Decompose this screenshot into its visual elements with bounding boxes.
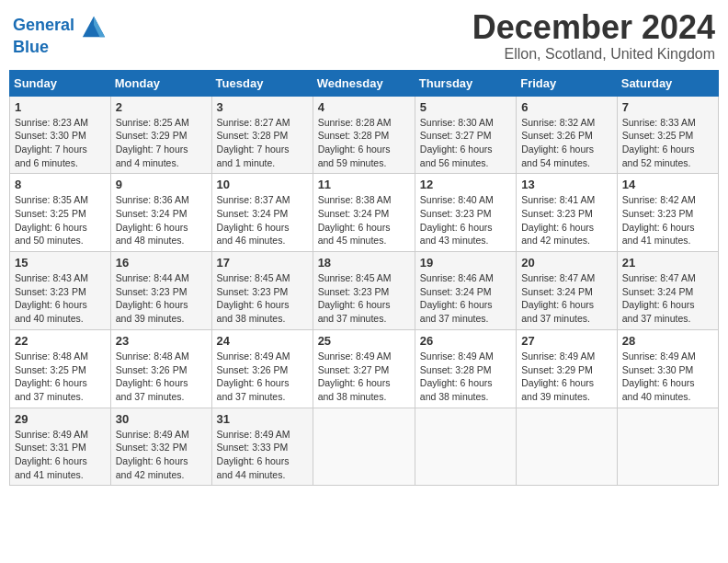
day-number: 13: [521, 178, 612, 191]
day-info: Sunrise: 8:30 AM Sunset: 3:27 PM Dayligh…: [420, 116, 511, 170]
day-cell: 16Sunrise: 8:44 AM Sunset: 3:23 PM Dayli…: [110, 252, 211, 330]
day-info: Sunrise: 8:47 AM Sunset: 3:24 PM Dayligh…: [521, 271, 612, 326]
day-info: Sunrise: 8:45 AM Sunset: 3:23 PM Dayligh…: [217, 271, 308, 326]
day-number: 27: [521, 334, 612, 348]
weekday-friday: Friday: [517, 70, 618, 96]
day-info: Sunrise: 8:48 AM Sunset: 3:26 PM Dayligh…: [116, 350, 207, 404]
weekday-sunday: Sunday: [10, 70, 111, 96]
calendar-table: SundayMondayTuesdayWednesdayThursdayFrid…: [9, 70, 719, 487]
week-row-2: 8Sunrise: 8:35 AM Sunset: 3:25 PM Daylig…: [10, 174, 719, 252]
day-cell: 3Sunrise: 8:27 AM Sunset: 3:28 PM Daylig…: [211, 96, 313, 174]
day-cell: 25Sunrise: 8:49 AM Sunset: 3:27 PM Dayli…: [313, 329, 415, 408]
day-info: Sunrise: 8:36 AM Sunset: 3:24 PM Dayligh…: [116, 193, 207, 247]
day-cell: 30Sunrise: 8:49 AM Sunset: 3:32 PM Dayli…: [110, 408, 211, 486]
weekday-header-row: SundayMondayTuesdayWednesdayThursdayFrid…: [10, 70, 719, 96]
day-cell: 28Sunrise: 8:49 AM Sunset: 3:30 PM Dayli…: [617, 329, 718, 408]
day-number: 12: [420, 178, 511, 191]
day-info: Sunrise: 8:25 AM Sunset: 3:29 PM Dayligh…: [116, 116, 207, 170]
day-info: Sunrise: 8:37 AM Sunset: 3:24 PM Dayligh…: [217, 193, 308, 247]
day-number: 21: [622, 256, 713, 270]
day-info: Sunrise: 8:45 AM Sunset: 3:23 PM Dayligh…: [318, 271, 410, 326]
weekday-monday: Monday: [110, 70, 211, 96]
day-info: Sunrise: 8:44 AM Sunset: 3:23 PM Dayligh…: [116, 271, 207, 326]
day-number: 18: [318, 256, 410, 270]
day-number: 20: [521, 256, 612, 270]
day-cell: 10Sunrise: 8:37 AM Sunset: 3:24 PM Dayli…: [211, 174, 313, 252]
day-number: 5: [420, 100, 511, 114]
logo-text-blue: Blue: [13, 39, 107, 57]
day-number: 23: [116, 334, 207, 348]
week-row-4: 22Sunrise: 8:48 AM Sunset: 3:25 PM Dayli…: [10, 329, 719, 408]
weekday-thursday: Thursday: [415, 70, 516, 96]
day-number: 31: [217, 412, 308, 426]
day-cell: 9Sunrise: 8:36 AM Sunset: 3:24 PM Daylig…: [110, 174, 211, 252]
day-info: Sunrise: 8:23 AM Sunset: 3:30 PM Dayligh…: [15, 116, 106, 170]
day-info: Sunrise: 8:49 AM Sunset: 3:27 PM Dayligh…: [318, 350, 410, 404]
day-cell: 18Sunrise: 8:45 AM Sunset: 3:23 PM Dayli…: [313, 252, 415, 330]
day-info: Sunrise: 8:49 AM Sunset: 3:31 PM Dayligh…: [15, 428, 106, 482]
week-row-3: 15Sunrise: 8:43 AM Sunset: 3:23 PM Dayli…: [10, 252, 719, 330]
day-cell: 29Sunrise: 8:49 AM Sunset: 3:31 PM Dayli…: [10, 408, 111, 486]
day-number: 7: [622, 100, 713, 114]
day-cell: 4Sunrise: 8:28 AM Sunset: 3:28 PM Daylig…: [313, 96, 415, 174]
calendar-body: 1Sunrise: 8:23 AM Sunset: 3:30 PM Daylig…: [10, 96, 719, 486]
day-cell: 24Sunrise: 8:49 AM Sunset: 3:26 PM Dayli…: [211, 329, 313, 408]
day-cell: 26Sunrise: 8:49 AM Sunset: 3:28 PM Dayli…: [415, 329, 516, 408]
day-cell: 7Sunrise: 8:33 AM Sunset: 3:25 PM Daylig…: [617, 96, 718, 174]
day-cell: 17Sunrise: 8:45 AM Sunset: 3:23 PM Dayli…: [211, 252, 313, 330]
day-info: Sunrise: 8:47 AM Sunset: 3:24 PM Dayligh…: [622, 271, 713, 326]
day-number: 6: [521, 100, 612, 114]
day-info: Sunrise: 8:49 AM Sunset: 3:28 PM Dayligh…: [420, 350, 511, 404]
day-info: Sunrise: 8:46 AM Sunset: 3:24 PM Dayligh…: [420, 271, 511, 326]
day-info: Sunrise: 8:49 AM Sunset: 3:30 PM Dayligh…: [622, 350, 713, 404]
day-number: 15: [15, 256, 106, 270]
day-number: 19: [420, 256, 511, 270]
day-number: 3: [217, 100, 308, 114]
day-info: Sunrise: 8:28 AM Sunset: 3:28 PM Dayligh…: [318, 116, 410, 170]
logo: General Blue: [13, 13, 107, 57]
day-number: 24: [217, 334, 308, 348]
day-info: Sunrise: 8:49 AM Sunset: 3:26 PM Dayligh…: [217, 350, 308, 404]
day-number: 2: [116, 100, 207, 114]
day-number: 16: [116, 256, 207, 270]
day-info: Sunrise: 8:32 AM Sunset: 3:26 PM Dayligh…: [521, 116, 612, 170]
day-number: 22: [15, 334, 106, 348]
weekday-saturday: Saturday: [617, 70, 718, 96]
day-cell: 19Sunrise: 8:46 AM Sunset: 3:24 PM Dayli…: [415, 252, 516, 330]
day-cell: 21Sunrise: 8:47 AM Sunset: 3:24 PM Dayli…: [617, 252, 718, 330]
day-number: 30: [116, 412, 207, 426]
day-cell: 23Sunrise: 8:48 AM Sunset: 3:26 PM Dayli…: [110, 329, 211, 408]
day-cell: 8Sunrise: 8:35 AM Sunset: 3:25 PM Daylig…: [10, 174, 111, 252]
day-cell: 11Sunrise: 8:38 AM Sunset: 3:24 PM Dayli…: [313, 174, 415, 252]
week-row-5: 29Sunrise: 8:49 AM Sunset: 3:31 PM Dayli…: [10, 408, 719, 486]
day-number: 28: [622, 334, 713, 348]
day-number: 11: [318, 178, 410, 191]
day-number: 8: [15, 178, 106, 191]
day-number: 4: [318, 100, 410, 114]
day-cell: 27Sunrise: 8:49 AM Sunset: 3:29 PM Dayli…: [517, 329, 618, 408]
day-info: Sunrise: 8:33 AM Sunset: 3:25 PM Dayligh…: [622, 116, 713, 170]
day-cell: 1Sunrise: 8:23 AM Sunset: 3:30 PM Daylig…: [10, 96, 111, 174]
day-cell: 14Sunrise: 8:42 AM Sunset: 3:23 PM Dayli…: [617, 174, 718, 252]
day-cell: 20Sunrise: 8:47 AM Sunset: 3:24 PM Dayli…: [517, 252, 618, 330]
day-number: 1: [15, 100, 106, 114]
day-info: Sunrise: 8:42 AM Sunset: 3:23 PM Dayligh…: [622, 193, 713, 247]
day-info: Sunrise: 8:38 AM Sunset: 3:24 PM Dayligh…: [318, 193, 410, 247]
day-number: 29: [15, 412, 106, 426]
day-cell: 15Sunrise: 8:43 AM Sunset: 3:23 PM Dayli…: [10, 252, 111, 330]
weekday-wednesday: Wednesday: [313, 70, 415, 96]
day-number: 14: [622, 178, 713, 191]
day-cell: 22Sunrise: 8:48 AM Sunset: 3:25 PM Dayli…: [10, 329, 111, 408]
day-info: Sunrise: 8:48 AM Sunset: 3:25 PM Dayligh…: [15, 350, 106, 404]
weekday-tuesday: Tuesday: [211, 70, 313, 96]
day-number: 9: [116, 178, 207, 191]
day-info: Sunrise: 8:49 AM Sunset: 3:33 PM Dayligh…: [217, 428, 308, 482]
week-row-1: 1Sunrise: 8:23 AM Sunset: 3:30 PM Daylig…: [10, 96, 719, 174]
day-cell: 13Sunrise: 8:41 AM Sunset: 3:23 PM Dayli…: [517, 174, 618, 252]
title-block: December 2024 Ellon, Scotland, United Ki…: [472, 9, 715, 63]
day-cell: [617, 408, 718, 486]
day-cell: [517, 408, 618, 486]
logo-text: General: [13, 13, 107, 39]
day-cell: [415, 408, 516, 486]
day-cell: 31Sunrise: 8:49 AM Sunset: 3:33 PM Dayli…: [211, 408, 313, 486]
